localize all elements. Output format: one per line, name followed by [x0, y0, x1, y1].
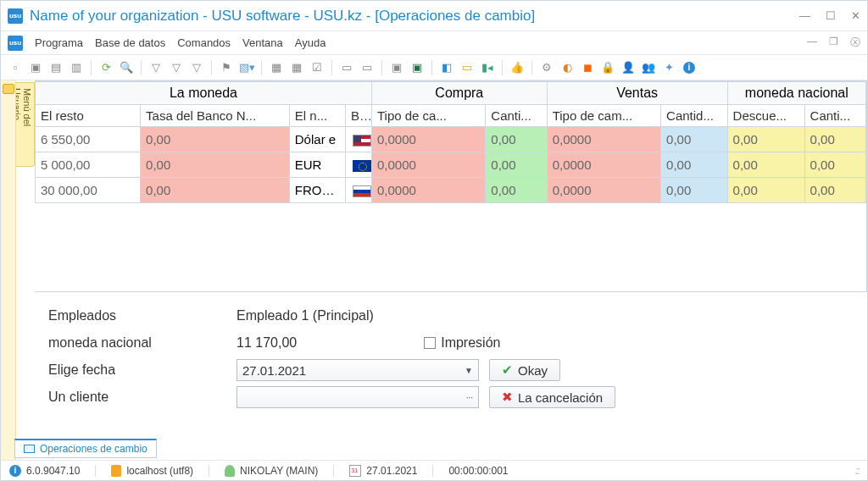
- export-excel-icon[interactable]: ▣: [409, 60, 425, 75]
- ellipsis-icon: ···: [466, 393, 473, 402]
- table-row[interactable]: 6 550,000,00Dólar e0,00000,000,00000,000…: [36, 127, 866, 152]
- col-bandera[interactable]: B...: [345, 105, 371, 127]
- client-lookup[interactable]: ···: [236, 386, 479, 408]
- group-nacional[interactable]: moneda nacional: [727, 82, 865, 105]
- wand-icon[interactable]: ✦: [661, 60, 676, 75]
- thumb-icon[interactable]: 👍: [509, 60, 525, 75]
- flag-icon[interactable]: ⚑: [219, 60, 234, 75]
- row-del-icon[interactable]: ▭: [359, 60, 375, 75]
- maximize-button[interactable]: ☐: [826, 9, 836, 22]
- okay-button[interactable]: ✔ Okay: [489, 359, 560, 381]
- row-add-icon[interactable]: ▭: [339, 60, 354, 75]
- menu-base-de-datos[interactable]: Base de datos: [95, 36, 165, 49]
- cancel-label: La cancelación: [518, 390, 603, 405]
- exit-icon[interactable]: ▮◂: [480, 60, 495, 75]
- group-moneda[interactable]: La moneda: [36, 82, 372, 105]
- filter2-icon[interactable]: ▽: [169, 60, 184, 75]
- status-bar: i6.0.9047.10 localhost (utf8) NIKOLAY (M…: [1, 460, 867, 480]
- flag-icon: [353, 185, 371, 197]
- col-tasa[interactable]: Tasa del Banco N...: [141, 105, 290, 127]
- open-icon[interactable]: ▣: [28, 60, 43, 75]
- menu-programa[interactable]: Programa: [35, 36, 83, 49]
- gear-icon[interactable]: ⚙: [539, 60, 554, 75]
- table-row[interactable]: 5 000,000,00EUR0,00000,000,00000,000,000…: [36, 152, 866, 178]
- label-fecha: Elige fecha: [48, 362, 236, 378]
- check-icon: ✔: [502, 362, 513, 378]
- refresh-icon[interactable]: ⟳: [98, 60, 114, 75]
- currency-grid[interactable]: La moneda Compra Ventas moneda nacional …: [35, 81, 866, 203]
- menu-ayuda[interactable]: Ayuda: [295, 36, 326, 49]
- col-cant-compra[interactable]: Canti...: [486, 105, 547, 127]
- group-compra[interactable]: Compra: [371, 82, 547, 105]
- cancel-button[interactable]: ✖ La cancelación: [489, 386, 615, 408]
- mdi-minimize-button[interactable]: —: [807, 36, 817, 50]
- app-icon: usu: [8, 8, 23, 24]
- folder-icon: [3, 84, 14, 94]
- document-tab[interactable]: Operaciones de cambio: [14, 439, 157, 458]
- label-empleados: Empleados: [48, 308, 236, 323]
- mdi-restore-button[interactable]: ❐: [829, 36, 838, 50]
- app-icon-small: usu: [8, 36, 23, 51]
- new-icon[interactable]: ▫: [8, 60, 23, 75]
- calendar-icon: [349, 465, 361, 477]
- form-area: Empleados Empleado 1 (Principal) moneda …: [35, 292, 867, 411]
- minimize-button[interactable]: —: [799, 9, 810, 22]
- col-cant-nac[interactable]: Canti...: [804, 105, 865, 127]
- save-icon[interactable]: ▤: [48, 60, 64, 75]
- check-icon[interactable]: ☑: [309, 60, 325, 75]
- database-icon: [111, 465, 121, 477]
- resize-grip[interactable]: .::: [854, 464, 859, 477]
- status-date: 27.01.2021: [366, 465, 417, 477]
- menu-comandos[interactable]: Comandos: [177, 36, 231, 49]
- flag-icon: [353, 135, 371, 147]
- status-timer: 00:00:00:001: [448, 465, 508, 477]
- col-descuento[interactable]: Descue...: [727, 105, 804, 127]
- label-cliente: Un cliente: [48, 390, 236, 405]
- checkbox-impresion[interactable]: [424, 337, 436, 349]
- save-all-icon[interactable]: ▥: [69, 60, 84, 75]
- info-icon: i: [9, 465, 21, 477]
- date-dropdown[interactable]: 27.01.2021 ▼: [236, 359, 479, 381]
- col-nombre[interactable]: El n...: [289, 105, 345, 127]
- window-title: Name of your organization - USU software…: [30, 8, 799, 25]
- group-ventas[interactable]: Ventas: [547, 82, 727, 105]
- menu-ventana[interactable]: Ventana: [242, 36, 283, 49]
- window-icon[interactable]: ◧: [439, 60, 454, 75]
- filter-icon[interactable]: ▽: [148, 60, 164, 75]
- user-icon[interactable]: 👤: [620, 60, 636, 75]
- export-word-icon[interactable]: ▣: [389, 60, 404, 75]
- flag-icon: [353, 160, 371, 172]
- value-empleados: Empleado 1 (Principal): [236, 308, 374, 323]
- users-icon[interactable]: 👥: [641, 60, 656, 75]
- col-tipo-venta[interactable]: Tipo de cam...: [547, 105, 660, 127]
- window-icon: [24, 445, 35, 453]
- col-cant-venta[interactable]: Cantid...: [661, 105, 728, 127]
- sidebar-handle[interactable]: [1, 80, 16, 460]
- table-row[interactable]: 30 000,000,00FROTAI0,00000,000,00000,000…: [36, 178, 866, 203]
- image-icon[interactable]: ▧▾: [239, 60, 254, 75]
- close-button[interactable]: ✕: [851, 9, 860, 22]
- lock-icon[interactable]: 🔒: [600, 60, 615, 75]
- mdi-close-button[interactable]: ⓧ: [850, 36, 860, 50]
- status-version: 6.0.9047.10: [26, 465, 80, 477]
- status-user: NIKOLAY (MAIN): [240, 465, 318, 477]
- group-icon[interactable]: ▦: [289, 60, 304, 75]
- sidebar-user-menu-tab[interactable]: Menú del Usuario: [16, 82, 35, 167]
- filter3-icon[interactable]: ▽: [189, 60, 204, 75]
- col-icon[interactable]: ▦: [269, 60, 284, 75]
- okay-label: Okay: [518, 363, 548, 378]
- cancel-icon: ✖: [502, 390, 513, 405]
- col-resto[interactable]: El resto: [36, 105, 141, 127]
- info-icon[interactable]: i: [682, 60, 697, 75]
- search-icon[interactable]: 🔍: [119, 60, 134, 75]
- date-value: 27.01.2021: [242, 363, 306, 378]
- rss-icon[interactable]: ◼: [580, 60, 595, 75]
- label-impresion: Impresión: [441, 335, 500, 351]
- col-tipo-compra[interactable]: Tipo de ca...: [371, 105, 485, 127]
- color-icon[interactable]: ◐: [559, 60, 575, 75]
- toolbar: ▫ ▣ ▤ ▥ ⟳ 🔍 ▽ ▽ ▽ ⚑ ▧▾ ▦ ▦ ☑ ▭ ▭ ▣ ▣ ◧ ▭…: [1, 55, 867, 80]
- menu-bar: usu Programa Base de datos Comandos Vent…: [1, 31, 867, 55]
- chevron-down-icon: ▼: [465, 366, 473, 375]
- document-tab-label: Operaciones de cambio: [40, 443, 147, 455]
- folder-icon[interactable]: ▭: [459, 60, 475, 75]
